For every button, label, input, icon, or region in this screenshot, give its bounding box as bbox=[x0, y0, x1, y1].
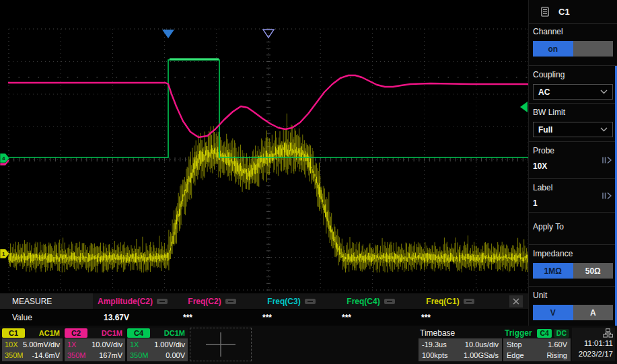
measure-col-4-remove-button[interactable] bbox=[464, 299, 474, 304]
measure-col-3[interactable]: Freq(C4) bbox=[331, 297, 410, 306]
trigger-box[interactable]: Trigger C4 DC Stop1.60V EdgeRising bbox=[503, 328, 571, 361]
measure-col-3-label: Freq(C4) bbox=[347, 297, 379, 306]
measure-col-1[interactable]: Freq(C2) bbox=[172, 297, 252, 306]
timebase-title: Timebase bbox=[420, 328, 455, 338]
channel-on-option[interactable]: on bbox=[533, 41, 573, 57]
section-probe[interactable]: Probe 10X bbox=[529, 142, 617, 179]
coupling-dropdown[interactable]: AC bbox=[533, 84, 613, 100]
trigger-mode: Stop bbox=[507, 339, 522, 350]
measure-col-2-label: Freq(C3) bbox=[267, 297, 300, 306]
timebase-box[interactable]: Timebase -19.3us10.0us/div 100kpts1.00GS… bbox=[419, 328, 502, 361]
channel-off-option[interactable] bbox=[573, 41, 614, 57]
measure-col-0-remove-button[interactable] bbox=[157, 299, 168, 304]
bw-limit-label: BW Limit bbox=[533, 108, 614, 117]
c1-coupling: AC1M bbox=[39, 329, 63, 337]
measure-col-2-value: *** bbox=[252, 313, 331, 322]
c4-scale: 1.00V/div bbox=[154, 339, 185, 350]
trigger-source-badge: C4 bbox=[537, 329, 551, 338]
c4-bw: 350M bbox=[130, 350, 149, 361]
measure-col-0-value: 13.67V bbox=[93, 313, 172, 322]
measure-title: MEASURE bbox=[0, 293, 93, 309]
measure-col-4-label: Freq(C1) bbox=[426, 297, 459, 306]
clock-box: 11:01:11 2023/2/17 bbox=[572, 328, 615, 361]
section-unit: Unit V A bbox=[529, 287, 617, 326]
section-apply-to[interactable]: Apply To bbox=[529, 213, 617, 245]
expand-arrow-icon[interactable] bbox=[602, 156, 613, 165]
timebase-points: 100kpts bbox=[422, 350, 448, 361]
section-channel: Channel on bbox=[529, 23, 617, 66]
impedance-label: Impedance bbox=[533, 249, 614, 258]
channel-box-c4[interactable]: C4 DC1M 1X1.00V/div 350M0.00V bbox=[127, 328, 188, 361]
section-label[interactable]: Label 1 bbox=[529, 179, 617, 213]
channel-label: Channel bbox=[533, 27, 614, 36]
bw-limit-value: Full bbox=[538, 125, 552, 135]
c2-offset: 167mV bbox=[99, 350, 122, 361]
measure-close-button[interactable] bbox=[509, 295, 523, 307]
c4-coupling: DC1M bbox=[164, 329, 188, 337]
unit-toggle[interactable]: V A bbox=[533, 305, 613, 320]
c2-scale: 10.0V/div bbox=[92, 339, 122, 350]
impedance-toggle[interactable]: 1MΩ 50Ω bbox=[533, 263, 613, 279]
measure-col-3-value: *** bbox=[331, 313, 410, 322]
measure-col-1-label: Freq(C2) bbox=[188, 297, 221, 306]
chevron-down-icon bbox=[600, 127, 608, 132]
section-impedance: Impedance 1MΩ 50Ω bbox=[529, 245, 617, 287]
trigger-position-marker[interactable] bbox=[162, 30, 174, 38]
timebase-scale: 10.0us/div bbox=[465, 339, 499, 350]
measure-col-0[interactable]: Amplitude(C2) bbox=[93, 297, 172, 306]
unit-label: Unit bbox=[533, 291, 614, 300]
c2-coupling: DC1M bbox=[102, 329, 125, 337]
measure-value-label: Value bbox=[0, 310, 93, 325]
bw-limit-dropdown[interactable]: Full bbox=[533, 122, 613, 137]
trigger-coupling-badge: DC bbox=[554, 329, 569, 338]
c1-bw: 350M bbox=[5, 350, 24, 361]
c1-scale: 5.00mV/div bbox=[23, 339, 60, 350]
c1-offset: -14.6mV bbox=[32, 350, 60, 361]
clock-date: 2023/2/17 bbox=[579, 349, 613, 359]
add-channel-placeholder[interactable] bbox=[190, 328, 252, 361]
unit-a-option[interactable]: A bbox=[573, 305, 614, 320]
impedance-50ohm-option[interactable]: 50Ω bbox=[573, 263, 614, 279]
channel-box-c2[interactable]: C2 DC1M 1X10.0V/div 350M167mV bbox=[65, 328, 125, 361]
measure-value-row: Value 13.67V *** *** *** *** bbox=[0, 310, 528, 325]
panel-title: C1 bbox=[558, 7, 570, 17]
trigger-level-marker[interactable] bbox=[520, 102, 528, 112]
measure-strip: MEASURE Amplitude(C2) Freq(C2) Freq(C3) … bbox=[0, 293, 528, 326]
measure-col-4-value: *** bbox=[410, 313, 490, 322]
close-icon bbox=[512, 297, 520, 305]
network-icon[interactable] bbox=[603, 328, 613, 338]
channel-offset-marker-label: 1 bbox=[2, 251, 5, 257]
measure-col-4[interactable]: Freq(C1) bbox=[410, 297, 490, 306]
channel-offset-marker-label: 4 bbox=[2, 155, 5, 161]
measure-col-2[interactable]: Freq(C3) bbox=[252, 297, 331, 306]
measure-col-1-remove-button[interactable] bbox=[225, 299, 236, 304]
apply-to-label: Apply To bbox=[533, 222, 614, 231]
measure-col-3-remove-button[interactable] bbox=[384, 299, 395, 304]
impedance-1mohm-option[interactable]: 1MΩ bbox=[533, 263, 573, 279]
plus-icon bbox=[205, 330, 237, 359]
measure-col-2-remove-button[interactable] bbox=[305, 299, 316, 304]
probe-label: Probe bbox=[533, 146, 614, 155]
section-bw-limit: BW Limit Full bbox=[529, 104, 617, 142]
oscilloscope-screen: Utility Display Acquire Trigger Cursors … bbox=[0, 0, 617, 364]
channel-settings-panel: C1 Channel on Coupling AC BW Limit Full bbox=[528, 0, 617, 326]
trigger-title: Trigger bbox=[505, 328, 532, 338]
waveform-display[interactable]: 41 bbox=[0, 0, 528, 293]
measure-header-row: MEASURE Amplitude(C2) Freq(C2) Freq(C3) … bbox=[0, 293, 528, 310]
c1-badge: C1 bbox=[2, 328, 25, 338]
unit-v-option[interactable]: V bbox=[533, 305, 573, 320]
status-bar: C1 AC1M 10X5.00mV/div 350M-14.6mV C2 DC1… bbox=[0, 326, 617, 364]
waveform-area[interactable]: 41 bbox=[0, 0, 528, 293]
measure-col-0-label: Amplitude(C2) bbox=[98, 297, 153, 306]
document-icon bbox=[541, 7, 549, 17]
c4-offset: 0.00V bbox=[166, 350, 185, 361]
channel-box-c1[interactable]: C1 AC1M 10X5.00mV/div 350M-14.6mV bbox=[2, 328, 63, 361]
channel-toggle[interactable]: on bbox=[533, 41, 613, 57]
panel-header: C1 bbox=[529, 0, 617, 24]
timebase-rate: 1.00GSa/s bbox=[464, 350, 499, 361]
trigger-level: 1.60V bbox=[548, 339, 567, 350]
c2-probe: 1X bbox=[67, 339, 76, 350]
c2-badge: C2 bbox=[65, 328, 87, 338]
expand-arrow-icon[interactable] bbox=[602, 191, 613, 200]
c1-probe: 10X bbox=[5, 339, 18, 350]
